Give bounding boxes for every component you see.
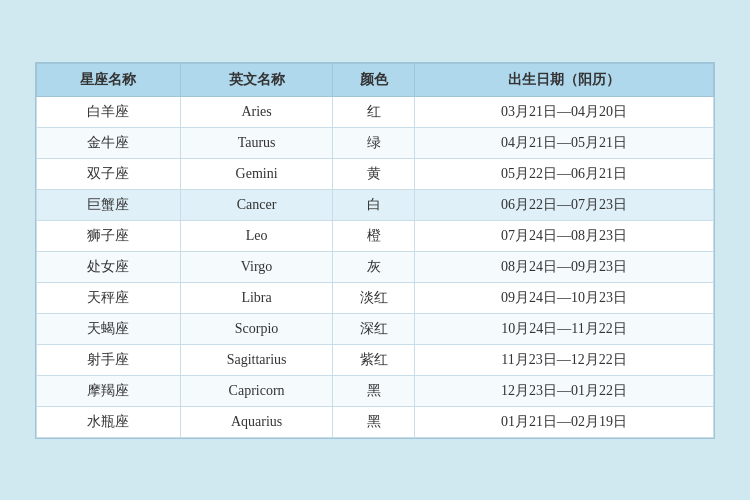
cell-english-name: Aries xyxy=(180,96,332,127)
cell-english-name: Capricorn xyxy=(180,375,332,406)
cell-english-name: Virgo xyxy=(180,251,332,282)
table-row: 白羊座Aries红03月21日—04月20日 xyxy=(37,96,714,127)
cell-chinese-name: 天秤座 xyxy=(37,282,181,313)
header-english-name: 英文名称 xyxy=(180,63,332,96)
zodiac-table: 星座名称 英文名称 颜色 出生日期（阳历） 白羊座Aries红03月21日—04… xyxy=(36,63,714,438)
cell-dates: 01月21日—02月19日 xyxy=(415,406,714,437)
cell-color: 黑 xyxy=(333,406,415,437)
cell-dates: 04月21日—05月21日 xyxy=(415,127,714,158)
cell-dates: 05月22日—06月21日 xyxy=(415,158,714,189)
cell-chinese-name: 射手座 xyxy=(37,344,181,375)
cell-color: 橙 xyxy=(333,220,415,251)
cell-color: 深红 xyxy=(333,313,415,344)
cell-chinese-name: 狮子座 xyxy=(37,220,181,251)
header-chinese-name: 星座名称 xyxy=(37,63,181,96)
table-row: 射手座Sagittarius紫红11月23日—12月22日 xyxy=(37,344,714,375)
cell-english-name: Cancer xyxy=(180,189,332,220)
cell-english-name: Leo xyxy=(180,220,332,251)
cell-dates: 10月24日—11月22日 xyxy=(415,313,714,344)
cell-chinese-name: 摩羯座 xyxy=(37,375,181,406)
cell-english-name: Taurus xyxy=(180,127,332,158)
cell-dates: 08月24日—09月23日 xyxy=(415,251,714,282)
cell-chinese-name: 双子座 xyxy=(37,158,181,189)
cell-dates: 09月24日—10月23日 xyxy=(415,282,714,313)
cell-english-name: Scorpio xyxy=(180,313,332,344)
cell-dates: 11月23日—12月22日 xyxy=(415,344,714,375)
table-row: 处女座Virgo灰08月24日—09月23日 xyxy=(37,251,714,282)
cell-color: 黄 xyxy=(333,158,415,189)
cell-chinese-name: 天蝎座 xyxy=(37,313,181,344)
cell-english-name: Gemini xyxy=(180,158,332,189)
cell-chinese-name: 白羊座 xyxy=(37,96,181,127)
cell-chinese-name: 金牛座 xyxy=(37,127,181,158)
cell-color: 黑 xyxy=(333,375,415,406)
table-row: 天蝎座Scorpio深红10月24日—11月22日 xyxy=(37,313,714,344)
table-row: 水瓶座Aquarius黑01月21日—02月19日 xyxy=(37,406,714,437)
cell-dates: 12月23日—01月22日 xyxy=(415,375,714,406)
cell-chinese-name: 处女座 xyxy=(37,251,181,282)
header-dates: 出生日期（阳历） xyxy=(415,63,714,96)
cell-dates: 06月22日—07月23日 xyxy=(415,189,714,220)
cell-chinese-name: 水瓶座 xyxy=(37,406,181,437)
cell-dates: 07月24日—08月23日 xyxy=(415,220,714,251)
cell-color: 红 xyxy=(333,96,415,127)
table-row: 天秤座Libra淡红09月24日—10月23日 xyxy=(37,282,714,313)
cell-dates: 03月21日—04月20日 xyxy=(415,96,714,127)
cell-chinese-name: 巨蟹座 xyxy=(37,189,181,220)
cell-color: 绿 xyxy=(333,127,415,158)
table-row: 摩羯座Capricorn黑12月23日—01月22日 xyxy=(37,375,714,406)
table-row: 金牛座Taurus绿04月21日—05月21日 xyxy=(37,127,714,158)
cell-english-name: Sagittarius xyxy=(180,344,332,375)
cell-color: 紫红 xyxy=(333,344,415,375)
cell-color: 白 xyxy=(333,189,415,220)
header-color: 颜色 xyxy=(333,63,415,96)
cell-color: 淡红 xyxy=(333,282,415,313)
cell-english-name: Aquarius xyxy=(180,406,332,437)
table-header-row: 星座名称 英文名称 颜色 出生日期（阳历） xyxy=(37,63,714,96)
table-row: 巨蟹座Cancer白06月22日—07月23日 xyxy=(37,189,714,220)
zodiac-table-container: 星座名称 英文名称 颜色 出生日期（阳历） 白羊座Aries红03月21日—04… xyxy=(35,62,715,439)
table-row: 双子座Gemini黄05月22日—06月21日 xyxy=(37,158,714,189)
cell-english-name: Libra xyxy=(180,282,332,313)
table-row: 狮子座Leo橙07月24日—08月23日 xyxy=(37,220,714,251)
cell-color: 灰 xyxy=(333,251,415,282)
